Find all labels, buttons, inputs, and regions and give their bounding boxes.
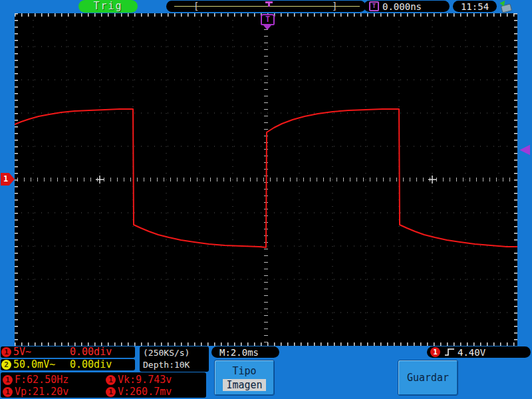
type-button[interactable]: Tipo Imagen bbox=[214, 360, 275, 396]
trigger-level-value: 4.40V bbox=[458, 347, 485, 358]
graticule bbox=[15, 13, 517, 346]
trigger-position-marker-icon[interactable] bbox=[265, 1, 273, 7]
type-button-label: Tipo bbox=[232, 365, 256, 377]
trigger-status-pill: Trig bbox=[78, 0, 138, 13]
oscilloscope-screen: Trig [ ] T 0.000ns 11:54 T 1 1 5V~ 0.00d… bbox=[0, 0, 532, 399]
measurement-vp: 1 Vp:21.20v bbox=[3, 386, 68, 397]
clock-value: 11:54 bbox=[461, 1, 489, 12]
measurements-panel: 1 F:62.50Hz 1 Vk:9.743v 1 Vp:21.20v 1 V:… bbox=[1, 372, 206, 398]
channel1-position-marker[interactable]: 1 bbox=[1, 173, 15, 186]
channel2-badge: 2 bbox=[1, 360, 11, 370]
measurement-vk: 1 Vk:9.743v bbox=[106, 374, 172, 385]
rising-edge-icon bbox=[444, 348, 456, 356]
measurement-badge: 1 bbox=[106, 375, 116, 385]
usb-storage-icon bbox=[499, 1, 513, 12]
type-button-value: Imagen bbox=[223, 379, 265, 391]
trigger-t-icon: T bbox=[369, 1, 379, 11]
acquisition-info: (250KS/s) Depth:10K bbox=[140, 346, 209, 372]
channel2-scale: 50.0mV~ bbox=[13, 359, 55, 370]
measurement-value: V:260.7mv bbox=[118, 386, 172, 397]
window-bracket-right: ] bbox=[332, 1, 337, 12]
measurement-badge: 1 bbox=[3, 375, 13, 385]
channel1-scale: 5V~ bbox=[13, 346, 31, 358]
clock-pill: 11:54 bbox=[453, 1, 497, 12]
measurement-frequency: 1 F:62.50Hz bbox=[3, 374, 68, 385]
channel2-info: 2 50.0mV~ 0.00div bbox=[1, 359, 135, 370]
sample-rate: (250KS/s) bbox=[143, 347, 209, 359]
save-button-label: Guardar bbox=[407, 372, 449, 384]
window-bracket-left: [ bbox=[194, 1, 199, 12]
trigger-level-pill: 1 4.40V bbox=[427, 346, 531, 358]
trigger-horizontal-marker[interactable]: T bbox=[261, 14, 275, 30]
channel1-info: 1 5V~ 0.00div bbox=[1, 346, 135, 358]
save-button[interactable]: Guardar bbox=[398, 360, 458, 396]
trigger-t-box-tip bbox=[263, 25, 271, 30]
ch1-trace bbox=[15, 109, 517, 247]
trigger-source-badge: 1 bbox=[430, 347, 440, 357]
waveform-display bbox=[15, 13, 517, 346]
timebase-pill: M:2.0ms bbox=[211, 346, 279, 358]
record-depth: Depth:10K bbox=[143, 359, 209, 371]
measurement-value: Vk:9.743v bbox=[118, 374, 172, 385]
measurement-v: 1 V:260.7mv bbox=[106, 386, 172, 397]
channel1-offset: 0.00div bbox=[70, 346, 112, 358]
measurement-value: F:62.50Hz bbox=[15, 374, 68, 385]
measurement-value: Vp:21.20v bbox=[15, 386, 68, 397]
channel2-offset: 0.00div bbox=[70, 359, 112, 370]
trigger-offset-pill: T 0.000ns bbox=[364, 1, 450, 12]
trigger-t-box: T bbox=[261, 14, 275, 25]
measurement-badge: 1 bbox=[106, 387, 116, 397]
channel1-badge: 1 bbox=[1, 347, 11, 357]
trigger-position-bar[interactable]: [ ] bbox=[166, 1, 366, 12]
measurement-badge: 1 bbox=[3, 387, 13, 397]
trigger-offset-value: 0.000ns bbox=[382, 1, 422, 12]
trigger-level-marker[interactable] bbox=[519, 144, 530, 156]
timebase-value: M:2.0ms bbox=[219, 347, 259, 358]
